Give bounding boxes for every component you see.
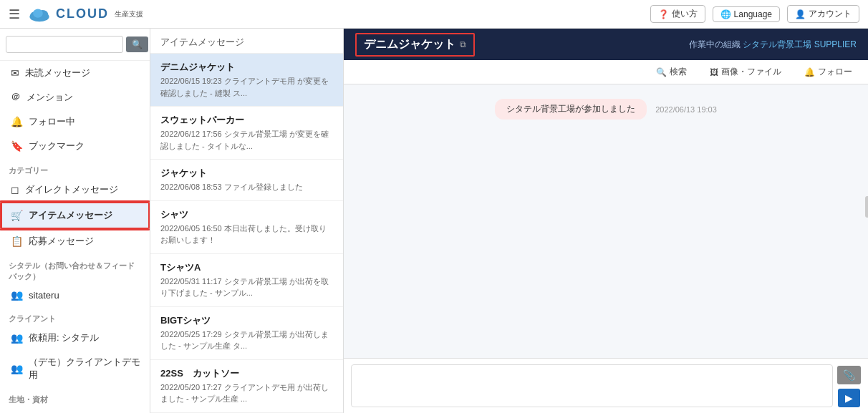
attach-icon: 📎: [843, 369, 855, 381]
msg-item-title: スウェットパーカー: [160, 114, 333, 127]
msg-item-preview: 2022/06/08 18:53 ファイル登録しました: [160, 181, 333, 193]
bookmark-icon: 🔖: [11, 140, 23, 152]
external-link-icon[interactable]: ⧉: [460, 39, 466, 49]
list-item[interactable]: スウェットパーカー 2022/06/12 17:56 シタテル背景工場 が変更を…: [150, 107, 343, 160]
sidebar-item-demo[interactable]: 👥 （デモ）クライアントデモ用: [0, 350, 150, 387]
msg-item-title: デニムジャケット: [160, 61, 333, 74]
sidebar-item-test-fabric[interactable]: 👥 株式会社テスト生地: [0, 407, 150, 413]
sidebar-item-follow[interactable]: 🔔 フォロー中: [0, 110, 150, 134]
sitateru-icon: 👥: [11, 289, 23, 301]
account-icon: 👤: [795, 9, 806, 19]
account-button[interactable]: 👤 アカウント: [787, 5, 859, 23]
sidebar-item-sitateru[interactable]: 👥 sitateru: [0, 283, 150, 306]
chat-title-box: デニムジャケット ⧉: [355, 33, 475, 57]
msg-item-preview: 2022/06/15 19:23 クライアントデモ用 が変更を確認しました - …: [160, 75, 333, 99]
logo-text: CLOUD: [56, 6, 109, 21]
cloud-icon: [27, 6, 52, 23]
msg-item-title: BIGTシャツ: [160, 314, 333, 327]
sidebar-item-mention[interactable]: ＠ メンション: [0, 85, 150, 110]
sidebar: 🔍 ✉ 未読メッセージ ＠ メンション 🔔 フォロー中 🔖 ブックマーク カテゴ…: [0, 29, 150, 413]
follow-toolbar-btn[interactable]: 🔔 フォロー: [800, 64, 857, 79]
logo: CLOUD 生産支援: [27, 6, 143, 23]
chat-input[interactable]: [351, 364, 833, 407]
system-msg-time: 2022/06/13 19:03: [655, 105, 717, 114]
files-toolbar-icon: 🖼: [710, 67, 718, 77]
sidebar-item-irai[interactable]: 👥 依頼用: シタテル: [0, 326, 150, 350]
sidebar-item-unread[interactable]: ✉ 未読メッセージ: [0, 61, 150, 85]
help-icon: ❓: [658, 9, 669, 19]
search-area: 🔍: [0, 29, 150, 61]
list-item[interactable]: デニムジャケット 2022/06/15 19:23 クライアントデモ用 が変更を…: [150, 54, 343, 107]
msg-item-title: TシャツA: [160, 261, 333, 274]
msg-list-header: アイテムメッセージ: [150, 29, 343, 54]
list-item[interactable]: ジャケット 2022/06/08 18:53 ファイル登録しました: [150, 160, 343, 201]
message-list-panel: アイテムメッセージ デニムジャケット 2022/06/15 19:23 クライア…: [150, 29, 344, 413]
search-input[interactable]: [6, 36, 123, 53]
app-header: ☰ CLOUD 生産支援 ❓ 使い方 🌐 Language 👤 アカウント: [0, 0, 868, 29]
msg-item-title: ジャケット: [160, 167, 333, 180]
chat-messages: シタテル背景工場が参加しました 2022/06/13 19:03: [344, 84, 868, 358]
files-toolbar-btn[interactable]: 🖼 画像・ファイル: [705, 64, 786, 79]
menu-icon[interactable]: ☰: [9, 6, 20, 22]
app-msg-icon: 📋: [11, 235, 23, 247]
language-icon: 🌐: [720, 9, 731, 19]
sidebar-item-direct[interactable]: ◻ ダイレクトメッセージ: [0, 178, 150, 202]
msg-item-preview: 2022/06/05 16:50 本日出荷しました。受け取りお願いします！: [160, 223, 333, 246]
list-item[interactable]: BIGTシャツ 2022/05/25 17:29 シタテル背景工場 が出荷しまし…: [150, 307, 343, 360]
org-link[interactable]: シタテル背景工場 SUPPLIER: [743, 39, 857, 49]
unread-icon: ✉: [11, 67, 19, 79]
msg-item-title: 22SS カットソー: [160, 367, 333, 380]
sidebar-item-bookmark[interactable]: 🔖 ブックマーク: [0, 134, 150, 158]
msg-item-title: シャツ: [160, 208, 333, 221]
chat-title: デニムジャケット: [364, 37, 455, 52]
search-button[interactable]: 🔍: [126, 37, 148, 52]
demo-icon: 👥: [11, 363, 23, 374]
system-message: シタテル背景工場が参加しました 2022/06/13 19:03: [358, 99, 854, 120]
bell-icon: 🔔: [11, 116, 23, 127]
follow-toolbar-icon: 🔔: [804, 67, 815, 77]
send-button[interactable]: ▶: [838, 389, 860, 407]
irai-icon: 👥: [11, 332, 23, 344]
system-msg-bubble: シタテル背景工場が参加しました: [495, 99, 647, 120]
direct-icon: ◻: [11, 184, 19, 195]
msg-item-preview: 2022/06/12 17:56 シタテル背景工場 が変更を確認しました - タ…: [160, 128, 333, 152]
chat-panel: デニムジャケット ⧉ 作業中の組織 シタテル背景工場 SUPPLIER 🔍 検索…: [344, 29, 868, 413]
main-layout: 🔍 ✉ 未読メッセージ ＠ メンション 🔔 フォロー中 🔖 ブックマーク カテゴ…: [0, 29, 868, 413]
chat-input-area: 📎 ▶: [344, 358, 868, 413]
msg-item-preview: 2022/05/20 17:27 クライアントデモ用 が出荷しました - サンプ…: [160, 382, 333, 405]
category-label-2: シタテル（お問い合わせ＆フィードバック）: [0, 256, 150, 283]
category-label-3: クライアント: [0, 309, 150, 326]
mention-icon: ＠: [11, 91, 21, 104]
help-button[interactable]: ❓ 使い方: [650, 5, 705, 23]
list-item[interactable]: 22SS カットソー 2022/05/20 17:27 クライアントデモ用 が出…: [150, 360, 343, 413]
sidebar-item-item-msg[interactable]: 🛒 アイテムメッセージ: [0, 202, 150, 229]
sidebar-item-app-msg[interactable]: 📋 応募メッセージ: [0, 229, 150, 253]
chat-header: デニムジャケット ⧉ 作業中の組織 シタテル背景工場 SUPPLIER: [344, 29, 868, 60]
attach-button[interactable]: 📎: [837, 366, 861, 384]
msg-item-preview: 2022/05/31 11:17 シタテル背景工場 が出荷を取り下げました - …: [160, 276, 333, 299]
search-toolbar-icon: 🔍: [656, 67, 667, 77]
msg-item-preview: 2022/05/25 17:29 シタテル背景工場 が出荷しました - サンプル…: [160, 329, 333, 352]
chat-toolbar: 🔍 検索 🖼 画像・ファイル 🔔 フォロー: [344, 60, 868, 84]
list-item[interactable]: シャツ 2022/06/05 16:50 本日出荷しました。受け取りお願いします…: [150, 201, 343, 254]
category-label-4: 生地・資材: [0, 390, 150, 407]
item-msg-icon: 🛒: [11, 210, 23, 221]
message-list: デニムジャケット 2022/06/15 19:23 クライアントデモ用 が変更を…: [150, 54, 343, 413]
chat-input-actions: 📎 ▶: [837, 366, 861, 407]
send-icon: ▶: [845, 392, 853, 404]
category-label-1: カテゴリー: [0, 161, 150, 178]
logo-sub: 生産支援: [115, 9, 143, 19]
search-toolbar-btn[interactable]: 🔍 検索: [652, 64, 691, 79]
org-info: 作業中の組織 シタテル背景工場 SUPPLIER: [689, 39, 857, 51]
language-button[interactable]: 🌐 Language: [713, 6, 780, 22]
list-item[interactable]: TシャツA 2022/05/31 11:17 シタテル背景工場 が出荷を取り下げ…: [150, 254, 343, 307]
svg-point-3: [33, 9, 43, 17]
